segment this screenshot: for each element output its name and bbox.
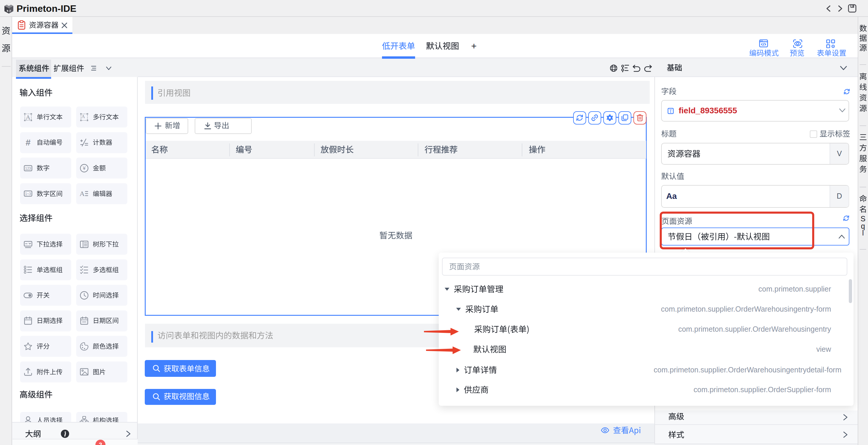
svg-text:¥: ¥ — [83, 166, 86, 171]
svg-text:A: A — [26, 114, 30, 121]
svg-text:A: A — [80, 190, 85, 197]
svg-text:T: T — [669, 109, 672, 114]
svg-text:123: 123 — [25, 166, 31, 171]
svg-text:1~3: 1~3 — [25, 192, 31, 196]
svg-text:A: A — [82, 114, 85, 119]
svg-text:#: # — [26, 138, 31, 147]
